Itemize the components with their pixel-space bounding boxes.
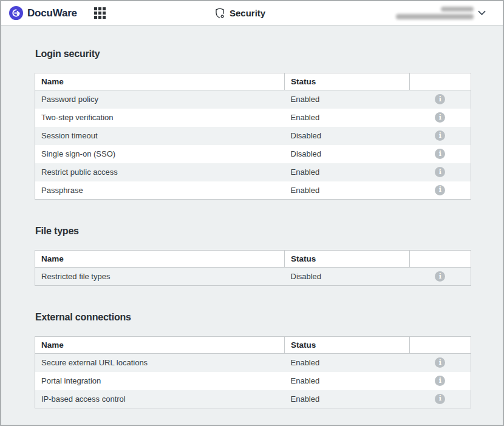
setting-status: Disabled	[285, 127, 410, 145]
table-body: Restricted file types Disabled i	[35, 268, 471, 286]
setting-name: Two-step verification	[35, 109, 285, 127]
info-icon[interactable]: i	[435, 94, 445, 104]
settings-section: Login security Name Status Password poli…	[35, 49, 472, 200]
table-header-row: Name Status	[35, 337, 471, 354]
setting-info-cell: i	[410, 163, 471, 181]
settings-section: External connections Name Status Secure …	[35, 312, 472, 408]
setting-status: Disabled	[285, 268, 410, 286]
chevron-down-icon	[478, 10, 486, 16]
table-row[interactable]: Restrict public access Enabled i	[35, 163, 471, 181]
table-row[interactable]: Portal integration Enabled i	[35, 372, 471, 390]
table-row[interactable]: IP-based access control Enabled i	[35, 390, 471, 408]
setting-info-cell: i	[410, 109, 471, 127]
column-header-status: Status	[285, 73, 410, 90]
info-icon[interactable]: i	[435, 394, 445, 404]
info-icon[interactable]: i	[435, 149, 445, 159]
settings-table: Name Status Restricted file types Disabl…	[35, 250, 471, 286]
table-body: Secure external URL locations Enabled i …	[35, 354, 471, 408]
user-name-redacted	[441, 7, 474, 12]
setting-name: Restricted file types	[35, 268, 285, 286]
table-body: Password policy Enabled i Two-step verif…	[35, 90, 471, 200]
column-header-status: Status	[285, 337, 410, 354]
user-menu[interactable]	[396, 7, 486, 19]
user-org-redacted	[396, 14, 474, 19]
setting-info-cell: i	[410, 127, 471, 145]
setting-status: Enabled	[285, 354, 410, 372]
section-title: External connections	[35, 312, 472, 323]
table-header-row: Name Status	[35, 73, 471, 90]
info-icon[interactable]: i	[435, 112, 445, 123]
app-window: DocuWare Security	[0, 0, 504, 426]
setting-name: Session timeout	[35, 127, 285, 145]
setting-name: Passphrase	[35, 181, 285, 200]
setting-name: Restrict public access	[35, 163, 285, 181]
setting-status: Enabled	[285, 109, 410, 127]
setting-info-cell: i	[410, 145, 471, 163]
info-icon[interactable]: i	[435, 271, 445, 282]
table-row[interactable]: Session timeout Disabled i	[35, 127, 471, 145]
setting-status: Enabled	[285, 163, 410, 181]
setting-status: Enabled	[285, 90, 410, 109]
section-title: File types	[35, 226, 472, 237]
settings-table: Name Status Secure external URL location…	[35, 336, 471, 408]
setting-info-cell: i	[410, 181, 471, 200]
info-icon[interactable]: i	[435, 376, 445, 386]
setting-name: Single sign-on (SSO)	[35, 145, 285, 163]
setting-info-cell: i	[410, 354, 471, 372]
security-settings-content: Login security Name Status Password poli…	[1, 49, 503, 408]
table-row[interactable]: Password policy Enabled i	[35, 90, 471, 109]
settings-table: Name Status Password policy Enabled i Tw…	[35, 73, 471, 200]
setting-status: Enabled	[285, 372, 410, 390]
table-row[interactable]: Two-step verification Enabled i	[35, 109, 471, 127]
setting-info-cell: i	[410, 90, 471, 109]
column-header-info	[410, 73, 471, 90]
info-icon[interactable]: i	[435, 167, 445, 177]
column-header-name: Name	[35, 73, 285, 90]
info-icon[interactable]: i	[435, 357, 445, 368]
column-header-info	[410, 337, 471, 354]
apps-grid-icon[interactable]	[94, 7, 106, 19]
setting-name: Portal integration	[35, 372, 285, 390]
setting-status: Enabled	[285, 390, 410, 408]
shield-gear-icon	[214, 7, 225, 19]
settings-section: File types Name Status Restricted file t…	[35, 226, 472, 286]
table-header-row: Name Status	[35, 251, 471, 268]
setting-status: Enabled	[285, 181, 410, 200]
column-header-info	[410, 251, 471, 268]
setting-info-cell: i	[410, 390, 471, 408]
info-icon[interactable]: i	[435, 130, 445, 141]
table-row[interactable]: Passphrase Enabled i	[35, 181, 471, 200]
page-title: Security	[214, 1, 265, 25]
table-row[interactable]: Secure external URL locations Enabled i	[35, 354, 471, 372]
docuware-logo-icon	[9, 6, 23, 20]
docuware-logo[interactable]: DocuWare	[9, 6, 77, 20]
section-title: Login security	[35, 49, 472, 59]
column-header-name: Name	[35, 337, 285, 354]
setting-status: Disabled	[285, 145, 410, 163]
column-header-status: Status	[285, 251, 410, 268]
column-header-name: Name	[35, 251, 285, 268]
table-row[interactable]: Restricted file types Disabled i	[35, 268, 471, 286]
setting-name: Secure external URL locations	[35, 354, 285, 372]
page-title-text: Security	[230, 8, 265, 18]
table-row[interactable]: Single sign-on (SSO) Disabled i	[35, 145, 471, 163]
user-identity	[396, 7, 474, 19]
info-icon[interactable]: i	[435, 185, 445, 195]
setting-name: IP-based access control	[35, 390, 285, 408]
setting-name: Password policy	[35, 90, 285, 109]
brand-name: DocuWare	[27, 7, 77, 19]
app-header: DocuWare Security	[1, 1, 503, 25]
setting-info-cell: i	[410, 268, 471, 286]
setting-info-cell: i	[410, 372, 471, 390]
